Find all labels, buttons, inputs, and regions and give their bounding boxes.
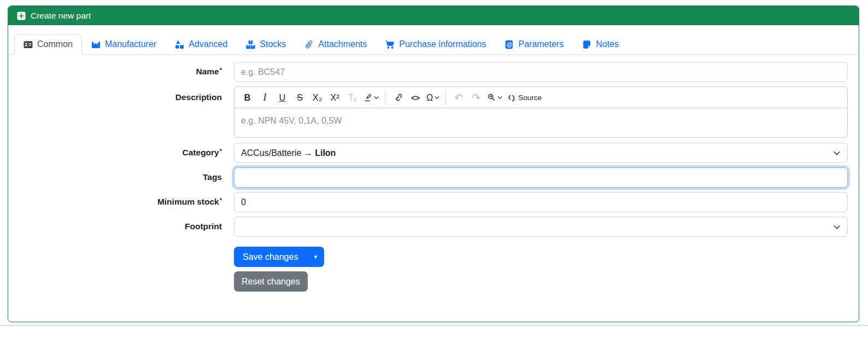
id-card-icon [24, 40, 33, 49]
tab-attachments[interactable]: Attachments [295, 34, 376, 55]
highlight-marker-icon [363, 93, 372, 102]
code-button[interactable]: <> [407, 89, 424, 106]
editor-toolbar: B I U S X₂ X² Tₓ [234, 87, 847, 108]
chevron-down-icon [374, 95, 379, 100]
strikethrough-icon: S [297, 92, 303, 103]
bold-icon: B [244, 92, 251, 103]
special-characters-button[interactable]: Ω [424, 89, 442, 106]
sticky-note-icon [582, 40, 591, 49]
tags-label: Tags [14, 172, 222, 183]
link-button[interactable] [389, 89, 406, 106]
factory-icon [91, 40, 101, 49]
minimum-stock-label: Minimum stock* [14, 197, 222, 207]
description-label: Description [14, 86, 222, 103]
omega-icon: Ω [426, 92, 433, 103]
name-label: Name* [14, 67, 222, 77]
find-replace-button[interactable] [485, 89, 505, 106]
toolbar-separator [385, 91, 385, 104]
tab-label: Purchase informations [399, 39, 486, 49]
tab-notes[interactable]: Notes [573, 34, 628, 55]
tab-label: Stocks [260, 39, 286, 49]
tab-parameters[interactable]: @ Parameters [495, 34, 573, 55]
find-replace-icon [487, 93, 496, 102]
tab-common[interactable]: Common [14, 34, 82, 55]
italic-button[interactable]: I [256, 89, 273, 106]
boxes-stacked-icon [246, 40, 255, 49]
redo-button[interactable]: ↷ [467, 89, 484, 106]
link-icon [394, 93, 402, 102]
tags-input[interactable] [234, 167, 848, 188]
chevron-down-icon [833, 149, 841, 157]
source-label: Source [518, 94, 542, 102]
plus-square-icon [17, 11, 26, 20]
description-editor: B I U S X₂ X² Tₓ [234, 86, 848, 138]
source-button[interactable]: Source [505, 89, 544, 106]
chevron-down-icon [435, 95, 439, 100]
shapes-icon [175, 40, 184, 49]
redo-icon: ↷ [472, 92, 480, 103]
address-book-icon: @ [505, 40, 514, 49]
tab-label: Manufacturer [105, 39, 156, 49]
minimum-stock-input[interactable] [234, 192, 848, 212]
remove-format-icon: Tₓ [348, 92, 357, 103]
tab-advanced[interactable]: Advanced [166, 34, 237, 55]
footprint-select[interactable] [234, 217, 848, 237]
required-marker: * [220, 148, 222, 154]
description-placeholder: e.g. NPN 45V, 0,1A, 0,5W [241, 116, 342, 125]
subscript-icon: X₂ [313, 92, 322, 103]
bold-button[interactable]: B [239, 89, 256, 106]
category-label: Category* [14, 148, 222, 158]
tab-label: Advanced [189, 39, 227, 49]
superscript-button[interactable]: X² [326, 89, 343, 106]
required-marker: * [220, 67, 222, 73]
remove-format-button[interactable]: Tₓ [344, 89, 361, 106]
undo-icon: ↶ [454, 92, 463, 103]
tab-manufacturer[interactable]: Manufacturer [82, 34, 166, 55]
card-header: Create new part [8, 6, 859, 25]
svg-text:@: @ [507, 41, 512, 47]
undo-button[interactable]: ↶ [450, 89, 467, 106]
highlight-button[interactable] [361, 89, 381, 106]
create-part-card: Create new part Common Manufacturer [8, 5, 859, 322]
chevron-down-icon [833, 223, 841, 231]
italic-icon: I [263, 92, 267, 103]
name-input[interactable] [234, 62, 848, 82]
required-marker: * [220, 197, 222, 204]
save-dropdown-toggle[interactable]: ▾ [307, 247, 324, 267]
page-divider [0, 325, 868, 326]
page-title: Create new part [31, 11, 91, 21]
paperclip-icon [304, 40, 314, 49]
description-input[interactable]: e.g. NPN 45V, 0,1A, 0,5W [234, 108, 847, 137]
underline-icon: U [279, 92, 286, 103]
footprint-label: Footprint [14, 222, 222, 232]
underline-button[interactable]: U [274, 89, 291, 106]
subscript-button[interactable]: X₂ [309, 89, 326, 106]
source-icon [507, 93, 517, 102]
toolbar-separator [445, 91, 446, 104]
tab-label: Notes [596, 39, 619, 49]
tab-label: Parameters [518, 39, 564, 49]
superscript-icon: X² [330, 92, 339, 103]
tab-bar: Common Manufacturer Advanced [8, 34, 859, 55]
tab-label: Attachments [318, 39, 367, 49]
category-value: ACCus/Batterie → LiIon [241, 148, 833, 158]
save-button[interactable]: Save changes [234, 247, 307, 267]
save-button-group: Save changes ▾ [234, 247, 324, 267]
strikethrough-button[interactable]: S [291, 89, 308, 106]
tab-label: Common [37, 39, 73, 49]
chevron-down-icon [497, 95, 502, 100]
cart-icon [385, 40, 395, 49]
code-icon: <> [411, 93, 420, 102]
category-select[interactable]: ACCus/Batterie → LiIon [234, 143, 848, 163]
caret-down-icon: ▾ [314, 253, 317, 260]
tab-purchase-informations[interactable]: Purchase informations [376, 34, 495, 55]
tab-stocks[interactable]: Stocks [237, 34, 295, 55]
reset-button[interactable]: Reset changes [234, 271, 308, 292]
